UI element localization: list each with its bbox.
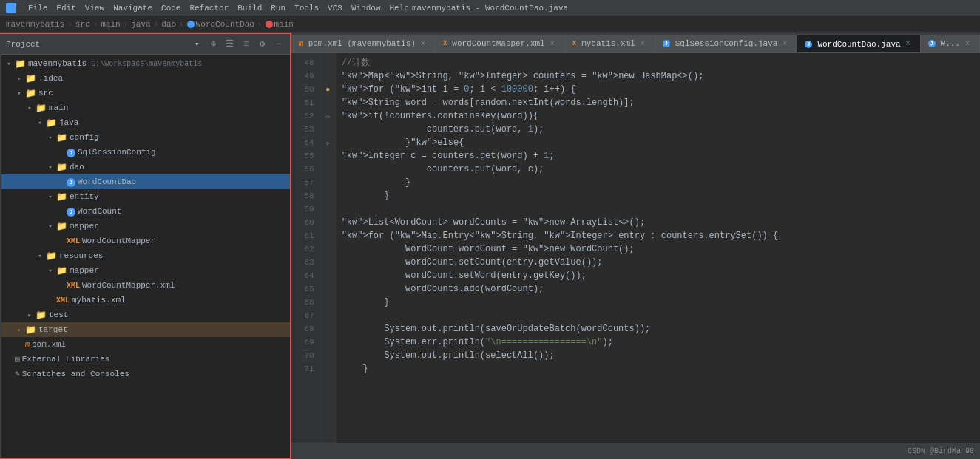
gutter-line: [321, 69, 335, 83]
line-number: 65: [291, 282, 320, 296]
menu-code[interactable]: Code: [161, 4, 180, 13]
code-line: wordCount.setWord(entry.getKey());: [342, 269, 974, 282]
line-number: 60: [291, 216, 320, 229]
tab-close-btn[interactable]: ×: [548, 39, 557, 48]
menu-build[interactable]: Build: [237, 4, 262, 13]
breadcrumb-part-2[interactable]: main: [101, 20, 120, 29]
tree-item-scratches-and-consoles[interactable]: ✎Scratches and Consoles: [1, 367, 290, 381]
tab-close-btn[interactable]: ×: [780, 39, 789, 48]
tree-item-dao[interactable]: ▾📁dao: [1, 160, 290, 174]
tree-item-sqlsessionconfig[interactable]: JSqlSessionConfig: [1, 145, 290, 160]
breadcrumb-part-0[interactable]: mavenmybatis: [6, 20, 64, 29]
code-line: }: [342, 296, 974, 309]
tree-item-resources[interactable]: ▾📁resources: [1, 248, 290, 263]
toolbar-expand-btn[interactable]: ≡: [240, 38, 253, 51]
menu-bar: File Edit View Navigate Code Refactor Bu…: [0, 0, 980, 16]
line-number: 53: [291, 123, 320, 136]
tree-item-label: External Libraries: [22, 355, 110, 364]
tree-item-wordcountmapper.xml[interactable]: XMLWordCountMapper.xml: [1, 278, 290, 293]
toolbar-locate-btn[interactable]: ⊕: [207, 38, 220, 51]
tree-item-entity[interactable]: ▾📁entity: [1, 189, 290, 204]
breadcrumb-part-5[interactable]: WordCountDao: [196, 20, 254, 29]
tab-close-btn[interactable]: ×: [638, 39, 647, 48]
breadcrumb-part-4[interactable]: dao: [161, 20, 176, 29]
breadcrumb-part-6[interactable]: main: [274, 20, 294, 29]
tree-item-label: WordCount: [78, 207, 121, 216]
tree-item-wordcountdao[interactable]: JWordCountDao: [1, 174, 290, 189]
tree-item-external-libraries[interactable]: ▤External Libraries: [1, 352, 290, 367]
menu-help[interactable]: Help: [390, 4, 409, 13]
tree-item-.idea[interactable]: ▸📁.idea: [1, 71, 290, 86]
java-icon-breadcrumb: [187, 21, 195, 28]
tab-close-btn[interactable]: ×: [904, 40, 913, 49]
tree-item-label: mapper: [70, 222, 99, 231]
tree-item-mybatis.xml[interactable]: XMLmybatis.xml: [1, 293, 290, 307]
gutter-line: ◇: [321, 109, 335, 123]
line-number: 69: [291, 336, 320, 349]
tab-0[interactable]: mpom.xml (mavenmybatis)×: [291, 35, 436, 52]
tab-3[interactable]: JSqlSessionConfig.java×: [655, 35, 798, 52]
tab-4[interactable]: JWordCountDao.java×: [797, 35, 920, 52]
menu-edit[interactable]: Edit: [56, 4, 75, 13]
line-number: 49: [291, 69, 320, 83]
tab-label: pom.xml (mavenmybatis): [308, 39, 416, 48]
main-layout: Project Project ▾ ⊕ ☰ ≡ ⚙ − ▾📁mavenmybat…: [0, 33, 980, 459]
tree-item-src[interactable]: ▾📁src: [1, 86, 290, 101]
tree-item-label: test: [49, 310, 68, 319]
gutter-line: ◇: [321, 136, 335, 149]
code-content[interactable]: //计数 "kw">Map<"kw">String, "kw">Integer>…: [336, 53, 980, 443]
menu-tools[interactable]: Tools: [294, 4, 319, 13]
menu-file[interactable]: File: [28, 4, 47, 13]
gutter-line: [321, 349, 335, 362]
tree-item-mavenmybatis[interactable]: ▾📁mavenmybatisC:\Workspace\mavenmybatis: [1, 56, 290, 71]
tree-item-java[interactable]: ▾📁java: [1, 115, 290, 130]
line-number: 52: [291, 109, 320, 123]
tab-2[interactable]: Xmybatis.xml×: [565, 35, 655, 52]
tab-1[interactable]: XWordCountMapper.xml×: [436, 35, 565, 52]
breadcrumb-part-1[interactable]: src: [75, 20, 90, 29]
gutter-line: [321, 322, 335, 336]
tree-item-pom.xml[interactable]: mpom.xml: [1, 337, 290, 352]
tree-item-mapper[interactable]: ▾📁mapper: [1, 219, 290, 234]
code-line: wordCount.setCount(entry.getValue());: [342, 256, 974, 269]
project-tree: ▾📁mavenmybatisC:\Workspace\mavenmybatis▸…: [1, 55, 290, 458]
toolbar-settings-btn[interactable]: ⚙: [256, 38, 269, 51]
gutter-line: [321, 229, 335, 242]
toolbar-collapse-btn[interactable]: ☰: [223, 38, 237, 51]
sidebar-dropdown-arrow[interactable]: ▾: [195, 39, 200, 49]
gutter-line: [321, 163, 335, 176]
tab-close-btn[interactable]: ×: [419, 39, 428, 48]
tab-5[interactable]: JW...×: [921, 35, 980, 52]
toolbar-close-btn[interactable]: −: [272, 38, 285, 51]
tree-item-wordcountmapper[interactable]: XMLWordCountMapper: [1, 234, 290, 248]
breadcrumb-part-3[interactable]: java: [131, 20, 150, 29]
tabs-bar: mpom.xml (mavenmybatis)×XWordCountMapper…: [291, 33, 980, 53]
line-number: 56: [291, 163, 320, 176]
code-line: System.err.println("\n================\n…: [342, 336, 974, 349]
gutter-line: [321, 149, 335, 163]
tree-item-main[interactable]: ▾📁main: [1, 101, 290, 115]
menu-refactor[interactable]: Refactor: [189, 4, 229, 13]
menu-window[interactable]: Window: [351, 4, 381, 13]
line-number: 59: [291, 203, 320, 216]
tab-label: WordCountDao.java: [817, 40, 900, 49]
tree-item-label: src: [38, 89, 53, 98]
menu-navigate[interactable]: Navigate: [113, 4, 152, 13]
tree-item-target[interactable]: ▸📁target: [1, 322, 290, 337]
menu-run[interactable]: Run: [271, 4, 285, 13]
line-number: 51: [291, 96, 320, 109]
line-number: 61: [291, 229, 320, 242]
tree-item-label: WordCountDao: [78, 177, 136, 186]
tree-item-mapper[interactable]: ▾📁mapper: [1, 263, 290, 278]
tree-item-label: pom.xml: [32, 340, 66, 349]
menu-vcs[interactable]: VCS: [328, 4, 342, 13]
menu-view[interactable]: View: [85, 4, 104, 13]
gutter-line: [321, 362, 335, 375]
tree-item-wordcount[interactable]: JWordCount: [1, 204, 290, 219]
line-number: 48: [291, 56, 320, 69]
line-numbers: 4849505152535455565758596061626364656667…: [291, 53, 321, 443]
method-icon-breadcrumb: [266, 21, 273, 28]
tab-close-btn[interactable]: ×: [963, 39, 972, 48]
tree-item-test[interactable]: ▸📁test: [1, 307, 290, 322]
tree-item-config[interactable]: ▾📁config: [1, 130, 290, 145]
